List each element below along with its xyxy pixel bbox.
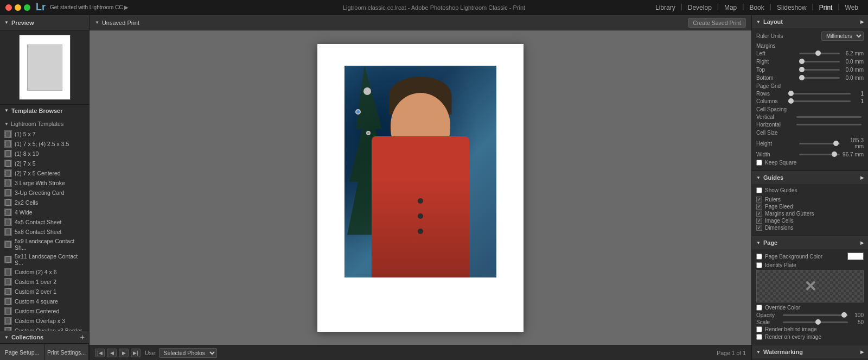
rulers-check[interactable]: ✓ [756, 197, 762, 203]
columns-slider[interactable] [788, 100, 851, 102]
nav-print[interactable]: Print [815, 3, 837, 12]
template-item[interactable]: Custom Centered [0, 306, 89, 316]
template-item[interactable]: (2) 7 x 5 [0, 159, 89, 168]
opacity-slider[interactable] [783, 314, 848, 316]
render-every-row: Render on every image [756, 334, 864, 340]
page-section: ▼ Page ▶ Page Background Color Identity … [752, 236, 868, 345]
template-item[interactable]: (1) 7 x 5; (4) 2.5 x 3.5 [0, 139, 89, 149]
template-item[interactable]: 3-Up Greeting Card [0, 188, 89, 198]
nav-develop[interactable]: Develop [684, 3, 716, 12]
height-row: Height 185.3 mm [756, 137, 864, 149]
shirt-buttons [418, 198, 423, 234]
create-saved-print-button[interactable]: Create Saved Print [688, 18, 746, 28]
template-icon [4, 169, 12, 177]
left-margin-row: Left 6.2 mm [756, 50, 864, 56]
shirt-button [418, 213, 423, 219]
center-footer: |◀ ◀ ▶ ▶| Use: Selected Photos Page 1 of… [90, 345, 751, 360]
group-expand-icon: ▼ [4, 122, 9, 127]
template-item[interactable]: Custom Overlap x3 Border [0, 326, 89, 331]
show-guides-checkbox[interactable] [756, 187, 762, 193]
layout-section-header[interactable]: ▼ Layout ▶ [752, 15, 868, 28]
template-item[interactable]: Custom 1 over 2 [0, 277, 89, 287]
render-behind-checkbox[interactable] [756, 326, 762, 332]
identity-plate-checkbox[interactable] [756, 262, 762, 268]
guides-section-header[interactable]: ▼ Guides ▶ [752, 171, 868, 184]
ruler-units-select[interactable]: Millimeters [821, 31, 864, 41]
person-body [372, 136, 469, 277]
show-guides-row: Show Guides [756, 187, 864, 193]
page-bleed-check[interactable]: ✓ [756, 204, 762, 210]
page-section-header[interactable]: ▼ Page ▶ [752, 236, 868, 249]
page-bg-color-swatch[interactable] [847, 252, 864, 260]
add-collection-button[interactable]: + [80, 333, 85, 342]
nav-slideshow[interactable]: Slideshow [773, 3, 811, 12]
dimensions-check[interactable]: ✓ [756, 225, 762, 231]
template-item[interactable]: 5x9 Landscape Contact Sh... [0, 237, 89, 252]
watermark-section: ▼ Watermarking ▶ Watermarking [ None ] [752, 345, 868, 360]
preview-triangle-icon: ▼ [4, 20, 9, 25]
left-margin-slider[interactable] [799, 53, 840, 54]
template-icon [4, 241, 12, 248]
identity-plate-row: Identity Plate [756, 262, 864, 268]
prev-page-button[interactable]: ◀ [107, 349, 117, 357]
horizontal-slider[interactable] [796, 124, 861, 125]
template-icon [4, 317, 12, 325]
nav-book[interactable]: Book [745, 3, 768, 12]
preview-section-header[interactable]: ▼ Preview [0, 15, 89, 30]
next-page-button[interactable]: ▶ [119, 349, 129, 357]
layout-content: Ruler Units Millimeters Margins Left 6.2… [752, 28, 868, 170]
template-item[interactable]: 5x8 Contact Sheet [0, 227, 89, 237]
page-setup-button[interactable]: Page Setup... [0, 344, 44, 360]
render-every-checkbox[interactable] [756, 334, 762, 340]
nav-library[interactable]: Library [651, 3, 680, 12]
template-expand-icon: ▼ [4, 108, 9, 113]
last-page-button[interactable]: ▶| [131, 349, 141, 357]
template-item[interactable]: 4 Wide [0, 207, 89, 217]
template-item[interactable]: (2) 7 x 5 Centered [0, 168, 89, 178]
template-item[interactable]: (1) 8 x 10 [0, 149, 89, 159]
guide-image-cells: ✓ Image Cells [756, 217, 864, 224]
ornament [366, 131, 371, 135]
right-margin-slider[interactable] [799, 61, 840, 62]
photo-image [344, 66, 496, 277]
page-bg-checkbox[interactable] [756, 254, 762, 260]
first-page-button[interactable]: |◀ [95, 349, 105, 357]
keep-square-checkbox[interactable] [756, 160, 762, 166]
template-item[interactable]: 5x11 Landscape Contact S... [0, 252, 89, 267]
override-color-checkbox[interactable] [756, 305, 762, 311]
print-page [317, 44, 524, 332]
template-item[interactable]: 2x2 Cells [0, 198, 89, 207]
rows-slider[interactable] [788, 93, 851, 94]
template-item[interactable]: 4x5 Contact Sheet [0, 217, 89, 227]
top-margin-slider[interactable] [799, 69, 840, 71]
collections-header[interactable]: ▼ Collections + [0, 331, 89, 344]
template-item[interactable]: 3 Large With Stroke [0, 178, 89, 188]
template-item[interactable]: Custom 2 over 1 [0, 287, 89, 296]
minimize-button[interactable] [15, 4, 21, 11]
template-item[interactable]: Custom Overlap x 3 [0, 316, 89, 326]
margins-gutters-check[interactable]: ✓ [756, 211, 762, 217]
nav-web[interactable]: Web [841, 3, 863, 12]
template-item[interactable]: Custom (2) 4 x 6 [0, 267, 89, 277]
bottom-margin-slider[interactable] [799, 77, 840, 79]
template-item[interactable]: Custom 4 square [0, 296, 89, 306]
image-cells-check[interactable]: ✓ [756, 218, 762, 224]
vertical-slider[interactable] [796, 116, 861, 118]
lightroom-templates-group[interactable]: ▼ Lightroom Templates [0, 118, 89, 129]
print-settings-button[interactable]: Print Settings... [44, 344, 89, 360]
template-icon [4, 130, 12, 138]
watermark-collapse-icon: ▶ [860, 350, 864, 355]
identity-plate[interactable]: ✕ [756, 270, 864, 302]
watermark-section-header[interactable]: ▼ Watermarking ▶ [752, 345, 868, 358]
fullscreen-button[interactable] [24, 4, 30, 11]
width-slider[interactable] [799, 154, 840, 155]
template-icon [4, 189, 12, 197]
height-slider[interactable] [799, 143, 840, 144]
opacity-row: Opacity 100 [756, 312, 864, 318]
nav-map[interactable]: Map [720, 3, 741, 12]
scale-slider[interactable] [783, 321, 848, 323]
use-select[interactable]: Selected Photos [159, 348, 217, 358]
close-button[interactable] [5, 4, 12, 11]
template-browser-header[interactable]: ▼ Template Browser [0, 104, 89, 116]
template-item[interactable]: (1) 5 x 7 [0, 129, 89, 139]
